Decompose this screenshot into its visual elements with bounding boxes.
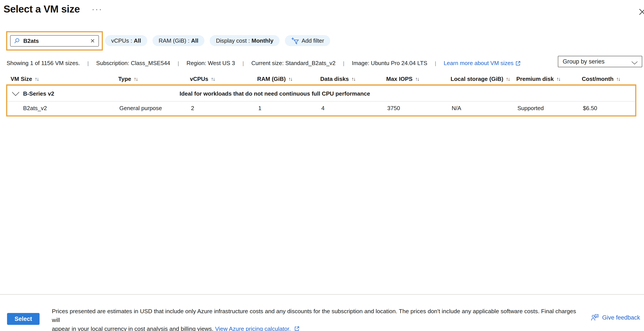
sort-icon[interactable]: ↑↓ xyxy=(616,76,620,82)
filter-value: Monthly xyxy=(252,37,274,44)
sort-icon[interactable]: ↑↓ xyxy=(211,76,215,82)
external-link-icon xyxy=(515,60,521,66)
search-highlight-frame: ✕ xyxy=(6,31,103,50)
sort-icon[interactable]: ↑↓ xyxy=(506,76,510,82)
series-group-description: Ideal for workloads that do not need con… xyxy=(180,90,370,97)
group-by-value: Group by series xyxy=(563,58,631,65)
results-status-bar: Showing 1 of 1156 VM sizes. | Subscripti… xyxy=(6,60,521,66)
filter-pill-ram[interactable]: RAM (GiB) : All xyxy=(152,35,205,46)
sort-icon[interactable]: ↑↓ xyxy=(352,76,355,82)
filter-pill-display-cost[interactable]: Display cost : Monthly xyxy=(210,35,279,46)
table-header-row: VM Size↑↓ Type↑↓ vCPUs↑↓ RAM (GiB)↑↓ Dat… xyxy=(6,74,636,84)
add-filter-label: Add filter xyxy=(302,37,324,44)
filter-value: All xyxy=(191,37,198,44)
results-highlight-frame: B-Series v2 Ideal for workloads that do … xyxy=(6,84,636,116)
group-by-dropdown[interactable]: Group by series xyxy=(558,56,642,67)
cell-premium-disk: Supported xyxy=(518,105,583,112)
current-size-text: Current size: Standard_B2ats_v2 xyxy=(251,60,336,66)
sort-icon[interactable]: ↑↓ xyxy=(288,76,292,82)
column-header-premium-disk[interactable]: Premium disk↑↓ xyxy=(516,76,582,82)
cell-cost-month: $6.50 xyxy=(583,105,635,112)
collapse-chevron-icon[interactable] xyxy=(12,91,20,96)
cell-ram: 1 xyxy=(258,105,321,112)
column-header-local-storage[interactable]: Local storage (GiB)↑↓ xyxy=(450,76,516,82)
divider: | xyxy=(435,60,436,66)
pricing-calculator-link[interactable]: View Azure pricing calculator. xyxy=(215,326,290,331)
filter-label: vCPUs : xyxy=(111,37,134,44)
column-header-type[interactable]: Type↑↓ xyxy=(118,76,190,82)
column-header-data-disks[interactable]: Data disks↑↓ xyxy=(320,76,386,82)
cell-vcpus: 2 xyxy=(191,105,258,112)
filter-label: RAM (GiB) : xyxy=(159,37,191,44)
showing-count-text: Showing 1 of 1156 VM sizes. xyxy=(6,60,80,66)
series-group-row[interactable]: B-Series v2 Ideal for workloads that do … xyxy=(7,86,635,101)
column-header-vm-size[interactable]: VM Size↑↓ xyxy=(6,76,118,82)
cell-local-storage: N/A xyxy=(452,105,518,112)
feedback-label: Give feedback xyxy=(602,314,640,321)
close-icon[interactable] xyxy=(638,7,644,17)
sort-icon[interactable]: ↑↓ xyxy=(556,76,560,82)
column-header-cost-month[interactable]: Cost/month↑↓ xyxy=(582,76,636,82)
add-filter-icon xyxy=(291,37,299,44)
page-title: Select a VM size xyxy=(4,3,80,15)
filter-pill-vcpus[interactable]: vCPUs : All xyxy=(105,35,147,46)
cell-max-iops: 3750 xyxy=(387,105,452,112)
divider: | xyxy=(87,60,88,66)
cell-type: General purpose xyxy=(119,105,191,112)
external-link-icon xyxy=(294,325,300,331)
column-header-max-iops[interactable]: Max IOPS↑↓ xyxy=(386,76,450,82)
give-feedback-button[interactable]: Give feedback xyxy=(590,314,640,322)
pricing-disclaimer: Prices presented are estimates in USD th… xyxy=(52,307,580,331)
learn-more-link[interactable]: Learn more about VM sizes xyxy=(444,60,514,66)
search-input[interactable] xyxy=(23,38,90,44)
chevron-down-icon xyxy=(631,60,638,64)
clear-search-icon[interactable]: ✕ xyxy=(90,38,96,44)
series-group-name: B-Series v2 xyxy=(23,90,54,97)
filter-pill-row: vCPUs : All RAM (GiB) : All Display cost… xyxy=(105,35,330,46)
column-header-vcpus[interactable]: vCPUs↑↓ xyxy=(190,76,257,82)
disclaimer-text-line1: Prices presented are estimates in USD th… xyxy=(52,308,576,323)
sort-icon[interactable]: ↑↓ xyxy=(134,76,138,82)
select-button[interactable]: Select xyxy=(7,313,40,325)
cell-vm-size: B2ats_v2 xyxy=(7,105,119,112)
feedback-icon xyxy=(590,314,599,322)
select-vm-size-blade: Select a VM size ··· ✕ vCPUs : All RAM (… xyxy=(0,0,644,331)
divider: | xyxy=(242,60,244,66)
vm-size-row[interactable]: B2ats_v2 General purpose 2 1 4 3750 N/A … xyxy=(7,101,635,115)
search-box[interactable]: ✕ xyxy=(10,35,99,46)
column-header-ram[interactable]: RAM (GiB)↑↓ xyxy=(257,76,320,82)
image-text: Image: Ubuntu Pro 24.04 LTS xyxy=(352,60,428,66)
search-icon xyxy=(14,38,20,44)
sort-icon[interactable]: ↑↓ xyxy=(415,76,419,82)
filter-label: Display cost : xyxy=(216,37,252,44)
filter-value: All xyxy=(134,37,141,44)
cell-data-disks: 4 xyxy=(321,105,387,112)
footer-divider xyxy=(0,294,644,295)
add-filter-button[interactable]: Add filter xyxy=(285,35,330,46)
divider: | xyxy=(343,60,344,66)
more-options-icon[interactable]: ··· xyxy=(92,5,103,14)
divider: | xyxy=(178,60,179,66)
sort-icon[interactable]: ↑↓ xyxy=(35,76,38,82)
disclaimer-text-line2: appear in your local currency in cost an… xyxy=(52,326,214,331)
subscription-text: Subscription: Class_MSE544 xyxy=(96,60,170,66)
region-text: Region: West US 3 xyxy=(186,60,235,66)
